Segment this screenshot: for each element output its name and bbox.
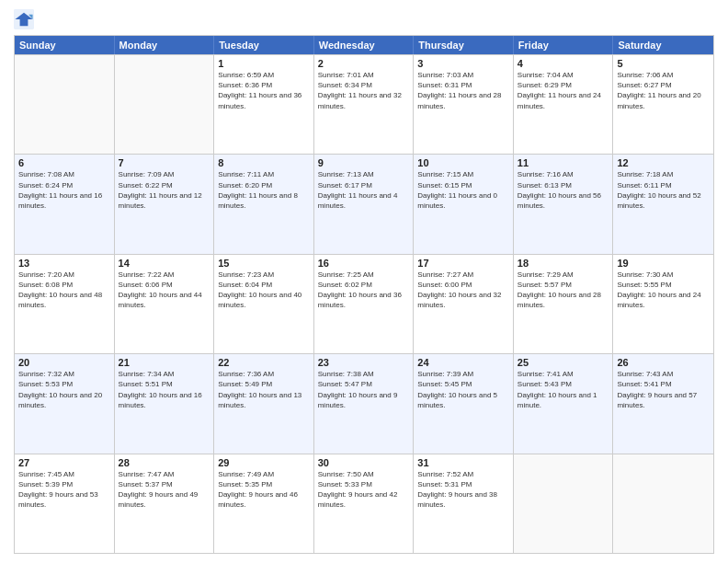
day-info: Sunrise: 7:36 AM Sunset: 5:49 PM Dayligh… — [218, 369, 310, 410]
day-number: 22 — [218, 357, 310, 368]
day-number: 15 — [218, 258, 310, 269]
day-cell-31: 31Sunrise: 7:52 AM Sunset: 5:31 PM Dayli… — [414, 454, 514, 553]
day-info: Sunrise: 7:25 AM Sunset: 6:02 PM Dayligh… — [318, 270, 410, 311]
day-number: 17 — [417, 258, 509, 269]
day-number: 4 — [518, 58, 609, 69]
empty-cell — [613, 454, 713, 553]
calendar-row-5: 27Sunrise: 7:45 AM Sunset: 5:39 PM Dayli… — [15, 454, 713, 553]
day-cell-28: 28Sunrise: 7:47 AM Sunset: 5:37 PM Dayli… — [115, 454, 215, 553]
day-cell-22: 22Sunrise: 7:36 AM Sunset: 5:49 PM Dayli… — [214, 354, 314, 453]
day-number: 27 — [18, 457, 110, 468]
calendar: SundayMondayTuesdayWednesdayThursdayFrid… — [14, 35, 714, 554]
day-cell-14: 14Sunrise: 7:22 AM Sunset: 6:06 PM Dayli… — [115, 255, 215, 353]
day-cell-27: 27Sunrise: 7:45 AM Sunset: 5:39 PM Dayli… — [15, 454, 115, 553]
day-info: Sunrise: 7:18 AM Sunset: 6:11 PM Dayligh… — [617, 169, 710, 211]
day-cell-23: 23Sunrise: 7:38 AM Sunset: 5:47 PM Dayli… — [314, 354, 415, 453]
day-cell-4: 4Sunrise: 7:04 AM Sunset: 6:29 PM Daylig… — [514, 55, 614, 154]
header-day-monday: Monday — [115, 36, 215, 54]
day-cell-18: 18Sunrise: 7:29 AM Sunset: 5:57 PM Dayli… — [514, 255, 614, 353]
day-number: 1 — [218, 58, 310, 69]
calendar-row-2: 6Sunrise: 7:08 AM Sunset: 6:24 PM Daylig… — [15, 154, 713, 253]
day-number: 3 — [417, 58, 509, 69]
calendar-row-4: 20Sunrise: 7:32 AM Sunset: 5:53 PM Dayli… — [15, 353, 713, 453]
day-number: 8 — [218, 157, 310, 168]
day-info: Sunrise: 7:27 AM Sunset: 6:00 PM Dayligh… — [417, 270, 509, 311]
day-info: Sunrise: 7:15 AM Sunset: 6:15 PM Dayligh… — [417, 169, 509, 211]
day-info: Sunrise: 7:49 AM Sunset: 5:35 PM Dayligh… — [218, 469, 310, 511]
day-cell-21: 21Sunrise: 7:34 AM Sunset: 5:51 PM Dayli… — [115, 354, 215, 453]
day-info: Sunrise: 7:34 AM Sunset: 5:51 PM Dayligh… — [119, 369, 210, 410]
day-info: Sunrise: 7:38 AM Sunset: 5:47 PM Dayligh… — [318, 369, 410, 410]
day-cell-1: 1Sunrise: 6:59 AM Sunset: 6:36 PM Daylig… — [214, 55, 314, 154]
day-info: Sunrise: 7:13 AM Sunset: 6:17 PM Dayligh… — [318, 169, 410, 211]
day-cell-7: 7Sunrise: 7:09 AM Sunset: 6:22 PM Daylig… — [115, 155, 215, 253]
day-info: Sunrise: 7:50 AM Sunset: 5:33 PM Dayligh… — [318, 469, 410, 511]
header-day-saturday: Saturday — [613, 36, 713, 54]
day-cell-20: 20Sunrise: 7:32 AM Sunset: 5:53 PM Dayli… — [15, 354, 115, 453]
header-day-friday: Friday — [514, 36, 614, 54]
page: SundayMondayTuesdayWednesdayThursdayFrid… — [0, 0, 728, 563]
day-number: 7 — [119, 157, 210, 168]
day-cell-3: 3Sunrise: 7:03 AM Sunset: 6:31 PM Daylig… — [414, 55, 514, 154]
day-number: 2 — [318, 58, 410, 69]
day-number: 6 — [18, 157, 110, 168]
day-info: Sunrise: 7:06 AM Sunset: 6:27 PM Dayligh… — [617, 70, 710, 111]
day-info: Sunrise: 7:43 AM Sunset: 5:41 PM Dayligh… — [617, 369, 710, 410]
day-info: Sunrise: 7:22 AM Sunset: 6:06 PM Dayligh… — [119, 270, 210, 311]
empty-cell — [514, 454, 614, 553]
header-day-wednesday: Wednesday — [314, 36, 415, 54]
header-day-sunday: Sunday — [15, 36, 115, 54]
day-info: Sunrise: 7:01 AM Sunset: 6:34 PM Dayligh… — [318, 70, 410, 111]
day-cell-29: 29Sunrise: 7:49 AM Sunset: 5:35 PM Dayli… — [214, 454, 314, 553]
day-number: 25 — [518, 357, 609, 368]
logo — [14, 9, 37, 29]
day-cell-11: 11Sunrise: 7:16 AM Sunset: 6:13 PM Dayli… — [514, 155, 614, 253]
day-number: 30 — [318, 457, 410, 468]
day-cell-30: 30Sunrise: 7:50 AM Sunset: 5:33 PM Dayli… — [314, 454, 415, 553]
day-number: 31 — [417, 457, 509, 468]
day-cell-25: 25Sunrise: 7:41 AM Sunset: 5:43 PM Dayli… — [514, 354, 614, 453]
day-info: Sunrise: 7:45 AM Sunset: 5:39 PM Dayligh… — [18, 469, 110, 511]
calendar-header: SundayMondayTuesdayWednesdayThursdayFrid… — [15, 36, 713, 54]
day-cell-17: 17Sunrise: 7:27 AM Sunset: 6:00 PM Dayli… — [414, 255, 514, 353]
day-info: Sunrise: 7:32 AM Sunset: 5:53 PM Dayligh… — [18, 369, 110, 410]
day-cell-2: 2Sunrise: 7:01 AM Sunset: 6:34 PM Daylig… — [314, 55, 415, 154]
day-info: Sunrise: 7:11 AM Sunset: 6:20 PM Dayligh… — [218, 169, 310, 211]
day-number: 26 — [617, 357, 710, 368]
day-number: 29 — [218, 457, 310, 468]
day-number: 20 — [18, 357, 110, 368]
calendar-body: 1Sunrise: 6:59 AM Sunset: 6:36 PM Daylig… — [15, 54, 713, 553]
day-number: 5 — [617, 58, 710, 69]
header-day-tuesday: Tuesday — [214, 36, 314, 54]
day-number: 21 — [119, 357, 210, 368]
day-number: 14 — [119, 258, 210, 269]
day-info: Sunrise: 7:20 AM Sunset: 6:08 PM Dayligh… — [18, 270, 110, 311]
day-cell-13: 13Sunrise: 7:20 AM Sunset: 6:08 PM Dayli… — [15, 255, 115, 353]
day-info: Sunrise: 7:04 AM Sunset: 6:29 PM Dayligh… — [518, 70, 609, 111]
day-info: Sunrise: 7:08 AM Sunset: 6:24 PM Dayligh… — [18, 169, 110, 211]
empty-cell — [115, 55, 215, 154]
header-day-thursday: Thursday — [414, 36, 514, 54]
day-info: Sunrise: 7:39 AM Sunset: 5:45 PM Dayligh… — [417, 369, 509, 410]
day-cell-8: 8Sunrise: 7:11 AM Sunset: 6:20 PM Daylig… — [214, 155, 314, 253]
day-cell-19: 19Sunrise: 7:30 AM Sunset: 5:55 PM Dayli… — [613, 255, 713, 353]
day-info: Sunrise: 7:03 AM Sunset: 6:31 PM Dayligh… — [417, 70, 509, 111]
day-number: 18 — [518, 258, 609, 269]
day-info: Sunrise: 7:30 AM Sunset: 5:55 PM Dayligh… — [617, 270, 710, 311]
header — [14, 9, 714, 29]
day-info: Sunrise: 7:16 AM Sunset: 6:13 PM Dayligh… — [518, 169, 609, 211]
day-number: 19 — [617, 258, 710, 269]
day-number: 9 — [318, 157, 410, 168]
day-number: 13 — [18, 258, 110, 269]
day-cell-6: 6Sunrise: 7:08 AM Sunset: 6:24 PM Daylig… — [15, 155, 115, 253]
calendar-row-1: 1Sunrise: 6:59 AM Sunset: 6:36 PM Daylig… — [15, 54, 713, 154]
day-number: 16 — [318, 258, 410, 269]
day-number: 10 — [417, 157, 509, 168]
calendar-row-3: 13Sunrise: 7:20 AM Sunset: 6:08 PM Dayli… — [15, 254, 713, 353]
day-cell-9: 9Sunrise: 7:13 AM Sunset: 6:17 PM Daylig… — [314, 155, 415, 253]
day-number: 23 — [318, 357, 410, 368]
day-cell-5: 5Sunrise: 7:06 AM Sunset: 6:27 PM Daylig… — [613, 55, 713, 154]
day-info: Sunrise: 7:41 AM Sunset: 5:43 PM Dayligh… — [518, 369, 609, 410]
logo-icon — [14, 9, 34, 29]
empty-cell — [15, 55, 115, 154]
